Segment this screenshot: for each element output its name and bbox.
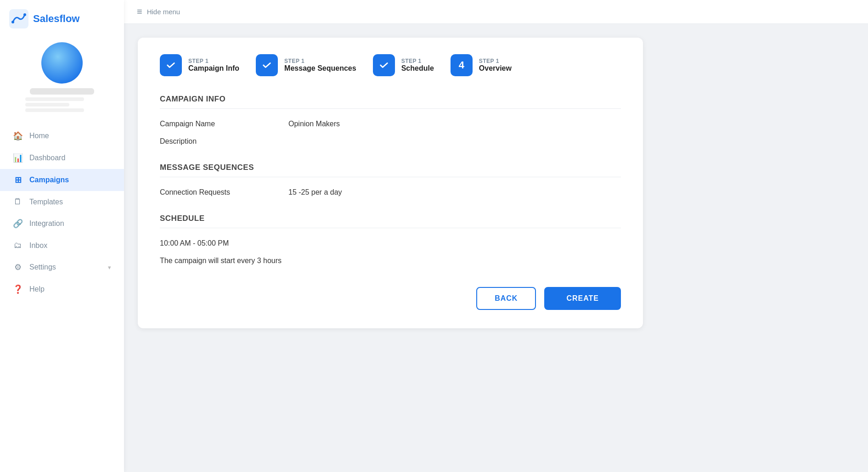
campaign-name-value: Opinion Makers <box>288 120 340 128</box>
sidebar-label-settings: Settings <box>29 263 56 271</box>
check-icon-3 <box>379 60 389 70</box>
sidebar-item-inbox[interactable]: 🗂 Inbox <box>0 235 124 256</box>
check-icon-2 <box>262 60 272 70</box>
stepper: STEP 1 Campaign Info STEP 1 Message Sequ… <box>160 54 621 76</box>
step-2: STEP 1 Message Sequences <box>256 54 356 76</box>
step-1-label: STEP 1 <box>188 58 239 64</box>
step-1-text: STEP 1 Campaign Info <box>188 58 239 73</box>
sidebar-item-home[interactable]: 🏠 Home <box>0 125 124 147</box>
sidebar-item-settings[interactable]: ⚙ Settings ▾ <box>0 256 124 278</box>
home-icon: 🏠 <box>13 131 23 141</box>
schedule-time-value: 10:00 AM - 05:00 PM <box>160 239 229 247</box>
step-1-title: Campaign Info <box>188 64 239 73</box>
content-area: STEP 1 Campaign Info STEP 1 Message Sequ… <box>124 24 868 472</box>
step-2-label: STEP 1 <box>284 58 356 64</box>
step-4-title: Overview <box>479 64 512 73</box>
integration-icon: 🔗 <box>13 219 23 229</box>
topbar: ≡ Hide menu <box>124 0 868 24</box>
chevron-down-icon: ▾ <box>108 264 111 271</box>
step-2-icon <box>256 54 278 76</box>
sidebar-label-help: Help <box>29 285 45 293</box>
campaign-name-row: Campaign Name Opinion Makers <box>160 115 621 133</box>
user-info-lines <box>21 97 103 112</box>
sidebar-label-inbox: Inbox <box>29 242 47 250</box>
schedule-frequency-row: The campaign will start every 3 hours <box>160 252 621 270</box>
schedule-frequency-value: The campaign will start every 3 hours <box>160 257 282 265</box>
inbox-icon: 🗂 <box>13 241 23 250</box>
description-label: Description <box>160 137 288 146</box>
wizard-card: STEP 1 Campaign Info STEP 1 Message Sequ… <box>138 38 643 328</box>
sidebar-label-integration: Integration <box>29 219 64 228</box>
sidebar-label-templates: Templates <box>29 198 63 206</box>
message-sequences-title: MESSAGE SEQUENCES <box>160 163 621 177</box>
step-1-icon <box>160 54 182 76</box>
sidebar-label-campaigns: Campaigns <box>29 176 69 184</box>
connection-requests-row: Connection Requests 15 -25 per a day <box>160 184 621 201</box>
connection-requests-label: Connection Requests <box>160 188 288 197</box>
sidebar-label-home: Home <box>29 132 49 140</box>
main-area: ≡ Hide menu STEP 1 Campaign Info <box>124 0 868 472</box>
sidebar-item-templates[interactable]: 🗒 Templates <box>0 191 124 213</box>
campaign-name-label: Campaign Name <box>160 120 288 128</box>
step-4-label: STEP 1 <box>479 58 512 64</box>
sidebar-item-help[interactable]: ❓ Help <box>0 278 124 300</box>
logo-area: Salesflow <box>0 9 89 28</box>
sidebar-item-dashboard[interactable]: 📊 Dashboard <box>0 147 124 169</box>
step-4: 4 STEP 1 Overview <box>451 54 512 76</box>
message-sequences-section: MESSAGE SEQUENCES Connection Requests 15… <box>160 163 621 201</box>
sidebar-item-integration[interactable]: 🔗 Integration <box>0 213 124 235</box>
step-3: STEP 1 Schedule <box>373 54 434 76</box>
sidebar-label-dashboard: Dashboard <box>29 154 65 162</box>
step-4-icon: 4 <box>451 54 473 76</box>
user-name <box>30 88 94 95</box>
campaigns-icon: ⊞ <box>13 175 23 185</box>
schedule-title: SCHEDULE <box>160 214 621 228</box>
svg-point-1 <box>11 21 14 23</box>
step-2-title: Message Sequences <box>284 64 356 73</box>
salesflow-logo-icon <box>9 9 28 28</box>
check-icon-1 <box>166 60 176 70</box>
help-icon: ❓ <box>13 284 23 294</box>
hide-menu-label: Hide menu <box>147 8 180 16</box>
dashboard-icon: 📊 <box>13 153 23 163</box>
hamburger-icon: ≡ <box>137 6 142 17</box>
campaign-info-title: CAMPAIGN INFO <box>160 95 621 109</box>
avatar-area <box>21 42 103 112</box>
step-2-text: STEP 1 Message Sequences <box>284 58 356 73</box>
step-4-text: STEP 1 Overview <box>479 58 512 73</box>
campaign-info-section: CAMPAIGN INFO Campaign Name Opinion Make… <box>160 95 621 150</box>
step-1: STEP 1 Campaign Info <box>160 54 239 76</box>
sidebar-item-campaigns[interactable]: ⊞ Campaigns <box>0 169 124 191</box>
description-row: Description <box>160 133 621 150</box>
step-3-label: STEP 1 <box>401 58 434 64</box>
avatar <box>41 42 83 84</box>
back-button[interactable]: BACK <box>476 287 536 310</box>
step-3-icon <box>373 54 395 76</box>
logo-text: Salesflow <box>33 13 79 25</box>
step-3-title: Schedule <box>401 64 434 73</box>
step-4-number: 4 <box>459 59 464 71</box>
svg-point-2 <box>23 13 26 16</box>
schedule-section: SCHEDULE 10:00 AM - 05:00 PM The campaig… <box>160 214 621 270</box>
templates-icon: 🗒 <box>13 197 23 207</box>
step-3-text: STEP 1 Schedule <box>401 58 434 73</box>
create-button[interactable]: CREATE <box>544 287 621 310</box>
sidebar: Salesflow 🏠 Home 📊 Dashboard ⊞ Campaigns… <box>0 0 124 472</box>
schedule-time-row: 10:00 AM - 05:00 PM <box>160 235 621 252</box>
connection-requests-value: 15 -25 per a day <box>288 188 342 197</box>
sidebar-nav: 🏠 Home 📊 Dashboard ⊞ Campaigns 🗒 Templat… <box>0 125 124 300</box>
button-row: BACK CREATE <box>160 287 621 310</box>
hide-menu-button[interactable]: ≡ Hide menu <box>137 6 180 17</box>
settings-icon: ⚙ <box>13 262 23 272</box>
